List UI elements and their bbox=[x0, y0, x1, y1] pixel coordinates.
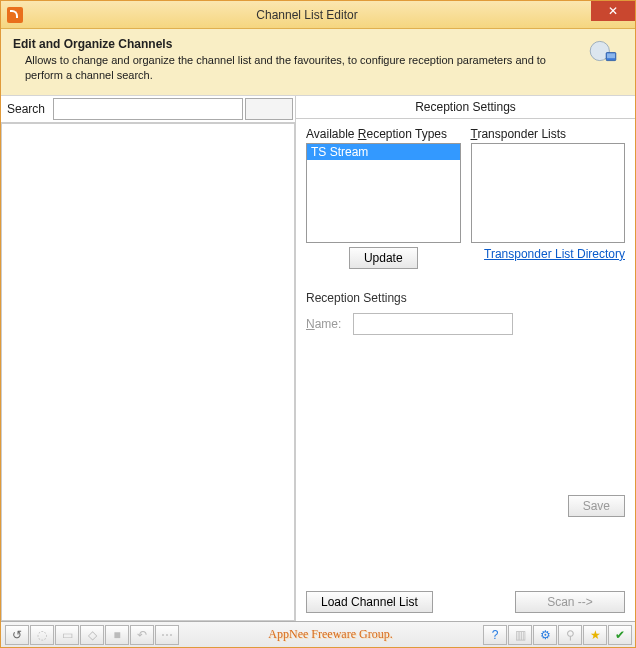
info-bar: Edit and Organize Channels Allows to cha… bbox=[1, 29, 635, 96]
reception-settings-group: Reception Settings Name: Save bbox=[306, 291, 625, 517]
search-button[interactable] bbox=[245, 98, 293, 120]
available-label-post: eception Types bbox=[367, 127, 448, 141]
help-icon[interactable]: ? bbox=[483, 625, 507, 645]
available-types-listbox[interactable]: TS Stream bbox=[306, 143, 461, 243]
undo-icon[interactable]: ↺ bbox=[5, 625, 29, 645]
reception-settings-body: Available Reception Types TS Stream Upda… bbox=[296, 119, 635, 621]
globe-icon[interactable]: ◌ bbox=[30, 625, 54, 645]
main-body: Search Reception Settings Available Rece… bbox=[1, 96, 635, 621]
back-icon[interactable]: ↶ bbox=[130, 625, 154, 645]
name-label: Name: bbox=[306, 317, 341, 331]
transponder-listbox[interactable] bbox=[471, 143, 626, 243]
load-channel-list-button[interactable]: Load Channel List bbox=[306, 591, 433, 613]
search-row: Search bbox=[1, 96, 295, 123]
name-input[interactable] bbox=[353, 313, 513, 335]
search-label: Search bbox=[1, 98, 51, 120]
search-input[interactable] bbox=[53, 98, 243, 120]
update-button[interactable]: Update bbox=[349, 247, 418, 269]
status-left-group: ↺ ◌ ▭ ◇ ■ ↶ ⋯ bbox=[5, 625, 178, 645]
svg-rect-2 bbox=[607, 53, 615, 58]
list-item[interactable]: TS Stream bbox=[307, 144, 460, 160]
window-root: Channel List Editor ✕ Edit and Organize … bbox=[0, 0, 636, 648]
tool-icon[interactable]: ▥ bbox=[508, 625, 532, 645]
transponder-lists-column: Transponder Lists Transponder List Direc… bbox=[471, 127, 626, 269]
status-right-group: ? ▥ ⚙ ⚲ ★ ✔ bbox=[483, 625, 631, 645]
transponder-lists-label: Transponder Lists bbox=[471, 127, 626, 141]
reception-settings-header: Reception Settings bbox=[296, 96, 635, 119]
gear-icon[interactable]: ⚙ bbox=[533, 625, 557, 645]
status-center-text: AppNee Freeware Group. bbox=[178, 627, 483, 642]
info-heading: Edit and Organize Channels bbox=[13, 37, 577, 51]
status-bar: ↺ ◌ ▭ ◇ ■ ↶ ⋯ AppNee Freeware Group. ? ▥… bbox=[1, 621, 635, 647]
forward-icon[interactable]: ⋯ bbox=[155, 625, 179, 645]
satellite-icon bbox=[587, 35, 627, 75]
folder-icon[interactable]: ▭ bbox=[55, 625, 79, 645]
channel-tree[interactable] bbox=[1, 123, 295, 621]
available-label-pre: Available bbox=[306, 127, 358, 141]
left-pane: Search bbox=[1, 96, 296, 621]
stop-icon[interactable]: ■ bbox=[105, 625, 129, 645]
name-label-accel: N bbox=[306, 317, 315, 331]
reception-settings-group-label: Reception Settings bbox=[306, 291, 625, 305]
available-label-accel: R bbox=[358, 127, 367, 141]
info-description: Allows to change and organize the channe… bbox=[13, 53, 577, 83]
close-button[interactable]: ✕ bbox=[591, 1, 635, 21]
titlebar: Channel List Editor ✕ bbox=[1, 1, 635, 29]
scan-button[interactable]: Scan --> bbox=[515, 591, 625, 613]
name-row: Name: bbox=[306, 313, 625, 335]
reception-types-row: Available Reception Types TS Stream Upda… bbox=[306, 127, 625, 269]
name-label-post: ame: bbox=[315, 317, 342, 331]
app-icon bbox=[7, 7, 23, 23]
star-icon[interactable]: ★ bbox=[583, 625, 607, 645]
save-button[interactable]: Save bbox=[568, 495, 625, 517]
available-types-label: Available Reception Types bbox=[306, 127, 461, 141]
db-icon[interactable]: ◇ bbox=[80, 625, 104, 645]
available-types-column: Available Reception Types TS Stream Upda… bbox=[306, 127, 461, 269]
key-icon[interactable]: ⚲ bbox=[558, 625, 582, 645]
window-title: Channel List Editor bbox=[23, 8, 591, 22]
bottom-buttons: Load Channel List Scan --> bbox=[306, 581, 625, 613]
transponder-label-post: ransponder Lists bbox=[477, 127, 566, 141]
right-pane: Reception Settings Available Reception T… bbox=[296, 96, 635, 621]
transponder-directory-link[interactable]: Transponder List Directory bbox=[484, 247, 625, 261]
ok-icon[interactable]: ✔ bbox=[608, 625, 632, 645]
